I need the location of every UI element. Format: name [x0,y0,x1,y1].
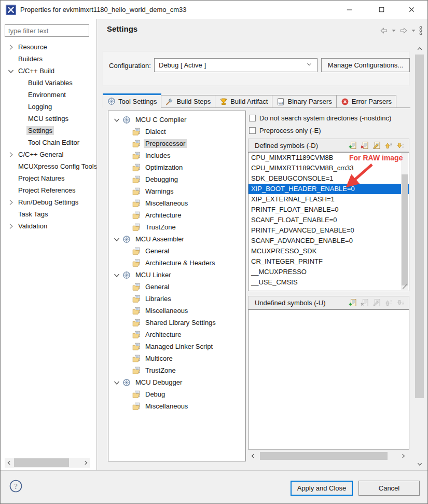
sidebar-item-task-tags[interactable]: Task Tags [1,208,97,220]
tool-tree-item-preprocessor[interactable]: Preprocessor [108,138,245,149]
close-button[interactable] [400,1,423,19]
edit-symbol-icon[interactable] [372,141,381,149]
tool-tree-item-miscellaneous[interactable]: Miscellaneous [108,197,245,209]
chevron-down-icon[interactable] [113,116,121,124]
cancel-button[interactable]: Cancel [358,481,420,496]
defined-symbol-row-selected[interactable]: XIP_BOOT_HEADER_ENABLE=0 [248,184,409,194]
tab-build-artifact[interactable]: Build Artifact [215,95,272,108]
tool-tree-item-miscellaneous[interactable]: Miscellaneous [108,400,245,412]
sidebar-item-logging[interactable]: Logging [1,101,97,113]
tool-tree-item-warnings[interactable]: Warnings [108,185,245,197]
tool-tree-item-architecture[interactable]: Architecture [108,329,245,340]
chevron-down-icon[interactable] [113,378,121,387]
delete-symbol-icon[interactable] [361,141,369,149]
defined-symbol-row[interactable]: SCANF_FLOAT_ENABLE=0 [248,215,409,225]
scroll-left-icon[interactable] [249,452,257,460]
scroll-up-icon[interactable] [414,44,425,53]
sidebar-item-resource[interactable]: Resource [1,41,97,53]
tool-tree-item-general[interactable]: General [108,281,245,293]
defined-symbol-row[interactable]: MCUXPRESSO_SDK [248,246,409,256]
sidebar-item-run-debug-settings[interactable]: Run/Debug Settings [1,196,97,208]
sidebar-item-environment[interactable]: Environment [1,89,97,101]
undefined-symbols-list[interactable] [248,309,409,449]
apply-and-close-button[interactable]: Apply and Close [291,481,353,496]
tool-tree-item-general[interactable]: General [108,245,245,257]
no-system-dirs-option[interactable]: Do not search system directories (-nostd… [249,113,406,123]
tab-binary-parsers[interactable]: 010Binary Parsers [272,95,336,108]
scroll-right-icon[interactable] [399,452,407,460]
sidebar-item-mcu-settings[interactable]: MCU settings [1,113,97,125]
preprocess-only-option[interactable]: Preprocess only (-E) [249,125,406,135]
sidebar-item-builders[interactable]: Builders [1,53,97,65]
defined-symbol-row[interactable]: PRINTF_FLOAT_ENABLE=0 [248,205,409,215]
sidebar-item-tool-chain-editor[interactable]: Tool Chain Editor [1,137,97,148]
no-system-dirs-checkbox[interactable] [249,115,256,121]
chevron-right-icon[interactable] [7,151,15,159]
tab-tool-settings[interactable]: Tool Settings [103,93,161,108]
defined-symbol-row[interactable]: PRINTF_ADVANCED_ENABLE=0 [248,225,409,236]
tool-tree-item-debug[interactable]: Debug [108,388,245,400]
sidebar-item-project-natures[interactable]: Project Natures [1,172,97,184]
help-icon[interactable]: ? [9,479,23,493]
back-menu-caret-icon[interactable] [391,28,396,33]
move-up-icon[interactable] [384,141,393,149]
tool-tree-item-mcu-linker[interactable]: MCU Linker [108,269,245,281]
tool-tree-item-architecture-headers[interactable]: Architecture & Headers [108,257,245,269]
sidebar-item-project-references[interactable]: Project References [1,184,97,196]
chevron-down-icon[interactable] [7,67,15,75]
tool-tree-item-multicore[interactable]: Multicore [108,352,245,364]
scroll-right-icon[interactable] [81,458,90,468]
sidebar-item-settings[interactable]: Settings [1,125,97,137]
scroll-left-icon[interactable] [5,458,13,468]
defined-symbol-row[interactable]: CPU_MIMXRT1189CVM8B_cm33 [248,163,409,173]
defined-symbol-row[interactable]: __MCUXPRESSO [248,267,409,277]
forward-menu-caret-icon[interactable] [411,28,416,33]
sidebar-item-mcuxpresso-config-tools[interactable]: MCUXpresso Config Tools [1,160,97,172]
scrollbar-thumb[interactable] [415,55,424,398]
tool-tree-item-mcu-debugger[interactable]: MCU Debugger [108,376,245,388]
tool-tree-item-mcu-assembler[interactable]: MCU Assembler [108,233,245,245]
panel-horizontal-scrollbar[interactable] [248,452,409,460]
defined-symbol-row[interactable]: __USE_CMSIS [248,277,409,288]
sidebar-item-c-c-general[interactable]: C/C++ General [1,148,97,160]
tab-error-parsers[interactable]: Error Parsers [337,95,396,108]
manage-configurations-button[interactable]: Manage Configurations... [321,58,410,72]
tool-tree-item-shared-library-settings[interactable]: Shared Library Settings [108,317,245,329]
defined-symbol-row[interactable]: XIP_EXTERNAL_FLASH=1 [248,194,409,205]
configuration-dropdown[interactable]: Debug [ Active ] [154,58,317,72]
tool-tree-item-debugging[interactable]: Debugging [108,173,245,185]
sidebar-item-build-variables[interactable]: Build Variables [1,77,97,89]
scroll-down-icon[interactable] [414,459,425,468]
preprocess-only-checkbox[interactable] [249,127,256,134]
tool-tree-item-includes[interactable]: Includes [108,149,245,161]
view-menu-icon[interactable] [419,26,423,35]
chevron-down-icon[interactable] [113,235,121,243]
main-vertical-scrollbar[interactable] [414,44,425,468]
tool-tree-item-trustzone[interactable]: TrustZone [108,221,245,233]
tool-tree-item-managed-linker-script[interactable]: Managed Linker Script [108,340,245,352]
back-icon[interactable] [379,26,389,35]
minimize-button[interactable] [338,1,361,19]
tool-tree-item-trustzone[interactable]: TrustZone [108,364,245,376]
defined-symbol-row[interactable]: SCANF_ADVANCED_ENABLE=0 [248,236,409,246]
sidebar-item-validation[interactable]: Validation [1,220,97,232]
filter-input[interactable] [5,24,89,37]
maximize-button[interactable] [370,1,393,19]
tool-tree-item-dialect[interactable]: Dialect [108,126,245,138]
sidebar-horizontal-scrollbar[interactable] [5,458,90,468]
tool-tree-item-miscellaneous[interactable]: Miscellaneous [108,305,245,317]
sidebar-item-c-c-build[interactable]: C/C++ Build [1,65,97,77]
add-symbol-icon[interactable] [349,298,357,307]
add-symbol-icon[interactable] [349,141,357,149]
forward-icon[interactable] [399,26,408,35]
chevron-right-icon[interactable] [7,222,15,230]
tool-tree-item-libraries[interactable]: Libraries [108,293,245,305]
tool-tree-item-optimization[interactable]: Optimization [108,161,245,173]
chevron-down-icon[interactable] [113,271,121,279]
tool-tree-item-mcu-c-compiler[interactable]: MCU C Compiler [108,114,245,126]
move-down-icon[interactable] [396,141,405,149]
defined-symbol-row[interactable]: SDK_DEBUGCONSOLE=1 [248,173,409,184]
defined-list-scrollbar[interactable] [401,153,408,290]
tool-tree-item-architecture[interactable]: Architecture [108,209,245,221]
tab-build-steps[interactable]: Build Steps [161,95,215,108]
